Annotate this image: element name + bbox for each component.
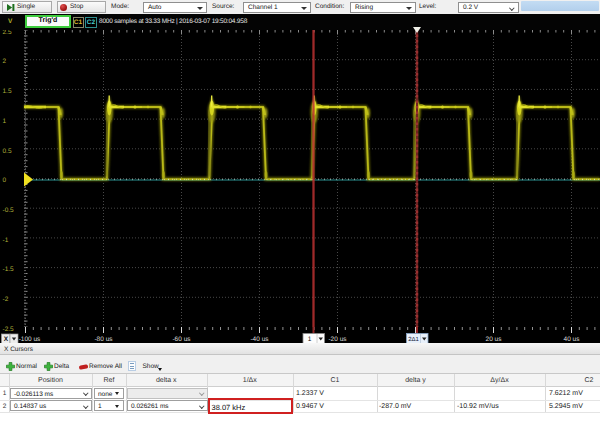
svg-text:0.5: 0.5 <box>3 148 12 155</box>
svg-text:-0.5: -0.5 <box>3 207 15 214</box>
svg-text:-100 us: -100 us <box>19 336 41 343</box>
svg-text:-60 us: -60 us <box>172 336 191 343</box>
svg-text:-40 us: -40 us <box>250 336 269 343</box>
svg-text:20 us: 20 us <box>486 336 503 343</box>
svg-text:2.5: 2.5 <box>3 30 12 36</box>
svg-text:0: 0 <box>3 177 7 184</box>
svg-text:-2: -2 <box>3 296 9 303</box>
svg-text:2: 2 <box>3 58 7 65</box>
svg-text:-20 us: -20 us <box>328 336 347 343</box>
svg-text:1: 1 <box>3 118 7 125</box>
svg-text:2Δ1: 2Δ1 <box>408 336 419 343</box>
svg-text:-2.5: -2.5 <box>3 326 15 333</box>
svg-text:1.5: 1.5 <box>3 88 12 95</box>
svg-text:1: 1 <box>308 336 312 343</box>
svg-text:-1.5: -1.5 <box>3 266 15 273</box>
svg-text:-80 us: -80 us <box>94 336 113 343</box>
svg-text:40 us: 40 us <box>564 336 581 343</box>
svg-text:X: X <box>4 336 9 343</box>
svg-text:-1: -1 <box>3 237 9 244</box>
